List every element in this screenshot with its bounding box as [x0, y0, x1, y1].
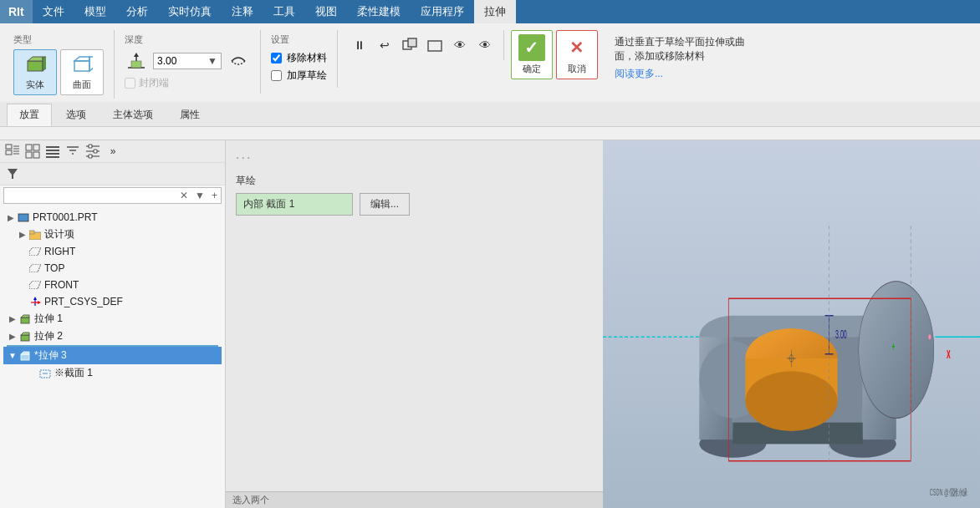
edit-sketch-button[interactable]: 编辑... — [360, 193, 410, 216]
depth-direction-icon[interactable] — [125, 49, 148, 73]
svg-point-104 — [928, 334, 931, 339]
tree-label-root: PRT0001.PRT — [33, 211, 98, 223]
menu-extrude[interactable]: 拉伸 — [474, 0, 516, 23]
svg-rect-37 — [18, 214, 28, 221]
tab-options[interactable]: 选项 — [54, 104, 99, 126]
tree-label-top: TOP — [44, 262, 64, 274]
tree-item-root[interactable]: ▶ PRT0001.PRT — [3, 209, 222, 226]
thicken-sketch-label: 加厚草绘 — [287, 69, 327, 83]
view3-icon[interactable] — [423, 33, 447, 57]
depth-dropdown-btn[interactable]: ▼ — [204, 53, 221, 69]
menu-apps[interactable]: 应用程序 — [411, 0, 474, 23]
remove-material-checkbox[interactable] — [271, 53, 282, 64]
menu-model[interactable]: 模型 — [74, 0, 116, 23]
svg-rect-33 — [94, 150, 97, 153]
sidebar: » ✕ ▼ + ▶ PRT0001.PRT — [0, 140, 226, 508]
menu-annotation[interactable]: 注释 — [222, 0, 263, 23]
menu-analysis[interactable]: 分析 — [116, 0, 158, 23]
closed-end-checkbox[interactable] — [125, 78, 135, 89]
svg-marker-2 — [43, 57, 46, 71]
confirm-button[interactable]: ✓ 确定 — [511, 30, 553, 79]
ribbon-group-type: 类型 实体 — [7, 30, 115, 99]
sidebar-toolbar-filter — [0, 163, 225, 185]
search-submit-btn[interactable]: ▼ — [191, 188, 208, 203]
tree-item-design[interactable]: ▶ 设计项 — [3, 226, 222, 243]
tab-properties[interactable]: 属性 — [167, 104, 212, 126]
search-add-btn[interactable]: + — [208, 188, 221, 203]
remove-material-option[interactable]: 移除材料 — [271, 49, 327, 67]
solid-type-btn[interactable]: 实体 — [13, 49, 57, 95]
tree-toggle-root[interactable]: ▶ — [5, 213, 17, 222]
svg-point-92 — [745, 371, 837, 431]
sub-tabs: 放置 选项 主体选项 属性 — [0, 102, 980, 127]
tree-item-section1[interactable]: ▶ ※截面 1 — [3, 364, 222, 382]
panel-dots: ... — [236, 147, 593, 162]
sidebar-icon-more[interactable]: » — [104, 142, 122, 160]
pause-icon[interactable]: ⏸ — [348, 33, 371, 57]
sidebar-icon-tree[interactable] — [3, 142, 22, 160]
tree-item-top[interactable]: ▶ TOP — [3, 260, 222, 277]
panel-status-bar: 选入两个 — [226, 491, 603, 508]
thicken-sketch-option[interactable]: 加厚草绘 — [271, 67, 327, 84]
sidebar-icon-settings[interactable] — [84, 142, 102, 160]
search-input[interactable] — [4, 188, 176, 203]
sidebar-toolbar-top: » — [0, 140, 225, 163]
tree-item-extrude1[interactable]: ▶ 拉伸 1 — [3, 310, 222, 328]
confirm-label: 确定 — [523, 63, 541, 75]
sidebar-filter-icon[interactable] — [3, 165, 22, 183]
view1-icon[interactable]: ↩ — [373, 33, 396, 57]
view4-icon[interactable]: 👁 — [448, 33, 472, 57]
tree-label-extrude3: *拉伸 3 — [34, 348, 67, 363]
read-more-link[interactable]: 阅读更多... — [615, 67, 762, 81]
svg-rect-47 — [21, 318, 29, 323]
tree-item-right[interactable]: ▶ RIGHT — [3, 243, 222, 260]
help-text-area: 通过垂直于草绘平面拉伸或曲面，添加或移除材料 阅读更多... — [605, 30, 772, 85]
tree-item-csys[interactable]: ▶ PRT_CSYS_DEF — [3, 293, 222, 310]
surface-type-btn[interactable]: 曲面 — [60, 49, 104, 95]
svg-marker-8 — [134, 53, 139, 57]
solid-icon — [23, 53, 47, 77]
sketch-title: 草绘 — [236, 174, 593, 188]
tree-item-extrude2[interactable]: ▶ 拉伸 2 — [3, 328, 222, 345]
tree-toggle-extrude1[interactable]: ▶ — [7, 314, 18, 323]
svg-marker-4 — [74, 57, 89, 61]
tree-label-extrude1: 拉伸 1 — [34, 312, 63, 326]
tree-toggle-extrude3[interactable]: ▼ — [7, 351, 18, 360]
sketch-row: 内部 截面 1 编辑... — [236, 193, 593, 216]
view2-icon[interactable] — [398, 33, 421, 57]
tab-placement[interactable]: 放置 — [7, 104, 52, 126]
tree-item-front[interactable]: ▶ FRONT — [3, 277, 222, 293]
depth-input[interactable] — [154, 53, 204, 69]
tree-label-csys: PRT_CSYS_DEF — [44, 296, 123, 307]
menu-tools[interactable]: 工具 — [263, 0, 305, 23]
menu-flexible[interactable]: 柔性建模 — [347, 0, 411, 23]
svg-rect-14 — [6, 150, 12, 155]
tree-toggle-extrude2[interactable]: ▶ — [7, 332, 18, 341]
tree-label-design: 设计项 — [44, 227, 74, 241]
menu-view[interactable]: 视图 — [305, 0, 347, 23]
menu-simulation[interactable]: 实时仿真 — [158, 0, 222, 23]
svg-marker-1 — [28, 57, 43, 61]
sidebar-icon-filter[interactable] — [64, 142, 82, 160]
tree-toggle-design[interactable]: ▶ — [17, 230, 28, 239]
tree-label-section1: ※截面 1 — [54, 366, 93, 380]
svg-rect-26 — [46, 156, 59, 158]
cancel-button[interactable]: ✕ 取消 — [556, 30, 598, 79]
thicken-sketch-checkbox[interactable] — [271, 70, 282, 81]
depth-group-label: 深度 — [125, 33, 250, 46]
x-icon: ✕ — [564, 34, 590, 61]
menu-file[interactable]: 文件 — [33, 0, 74, 23]
search-clear-btn[interactable]: ✕ — [176, 188, 191, 203]
tree-item-extrude3[interactable]: ▼ *拉伸 3 — [3, 347, 222, 364]
closed-end-label: 封闭端 — [139, 76, 169, 90]
sketch-section: 草绘 内部 截面 1 编辑... — [226, 169, 603, 221]
svg-rect-20 — [33, 145, 39, 150]
tab-body-options[interactable]: 主体选项 — [100, 104, 166, 126]
view5-icon[interactable]: 👁 — [473, 33, 497, 57]
svg-marker-42 — [29, 281, 41, 289]
sidebar-icon-view[interactable] — [23, 142, 42, 160]
depth-flip-icon[interactable] — [227, 49, 250, 73]
svg-rect-0 — [28, 61, 43, 71]
sidebar-icon-columns[interactable] — [43, 142, 62, 160]
sketch-name-field[interactable]: 内部 截面 1 — [236, 193, 353, 216]
